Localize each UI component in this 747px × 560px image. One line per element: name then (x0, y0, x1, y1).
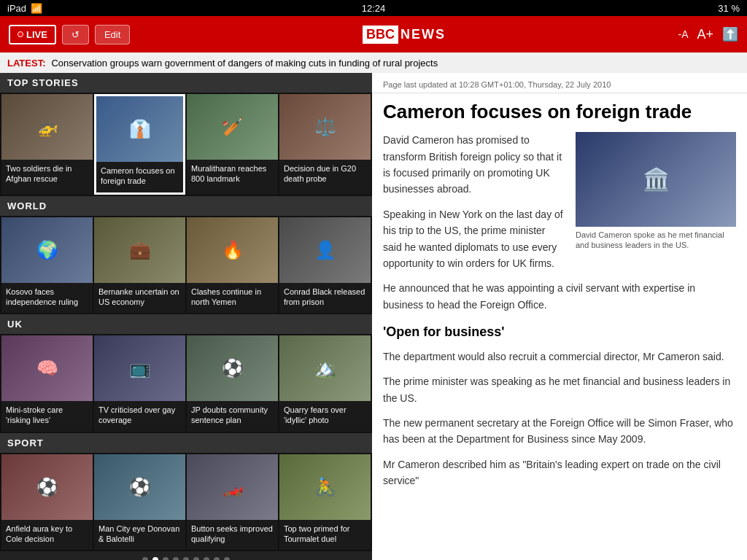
nav-right-controls: -A A+ ⬆️ (678, 26, 738, 42)
section-header-uk: UK (0, 314, 372, 334)
news-item-tour[interactable]: 🚴Top two primed for Tourmalet duel (279, 454, 371, 551)
page-dot-2[interactable] (163, 557, 169, 560)
page-dot-4[interactable] (183, 557, 189, 560)
right-panel: Page last updated at 10:28 GMT+01:00, Th… (372, 73, 747, 560)
status-bar-left: iPad 📶 (7, 3, 42, 14)
news-thumb-soldiers: 🚁 (1, 94, 93, 160)
news-thumb-button: 🏎️ (187, 454, 278, 520)
section-header-top-stories: TOP STORIES (0, 73, 372, 93)
news-label: NEWS (400, 27, 446, 42)
news-thumb-anfield: ⚽ (1, 454, 93, 520)
refresh-button[interactable]: ↺ (62, 25, 89, 44)
news-thumb-tour: 🚴 (279, 454, 371, 520)
news-caption-quarry: Quarry fears over 'idyllic' photo (279, 401, 371, 432)
news-caption-mancity: Man City eye Donovan & Balotelli (94, 520, 185, 551)
news-thumb-jp: ⚽ (187, 335, 278, 401)
news-item-bernanke[interactable]: 💼Bernanke uncertain on US economy (94, 217, 185, 314)
news-thumb-yemen: 🔥 (187, 217, 278, 283)
share-button[interactable]: ⬆️ (722, 26, 738, 42)
left-panel: TOP STORIES🚁Two soldiers die in Afghan r… (0, 73, 372, 560)
news-caption-yemen: Clashes continue in north Yemen (187, 283, 278, 314)
article-subheading: 'Open for business' (383, 322, 736, 343)
page-dot-8[interactable] (224, 557, 230, 560)
edit-button[interactable]: Edit (95, 25, 130, 44)
section-header-world: WORLD (0, 196, 372, 216)
news-item-anfield[interactable]: ⚽Anfield aura key to Cole decision (1, 454, 93, 551)
live-button[interactable]: LIVE (9, 25, 56, 44)
section-header-sport: SPORT (0, 433, 372, 453)
battery-label: 31 % (718, 3, 740, 14)
status-bar: iPad 📶 12:24 31 % (0, 0, 747, 16)
news-item-kosovo[interactable]: 🌍Kosovo faces independence ruling (1, 217, 93, 314)
page-dot-5[interactable] (193, 557, 199, 560)
news-caption-tv: TV criticised over gay coverage (94, 401, 185, 432)
news-item-black[interactable]: 👤Conrad Black released from prison (279, 217, 371, 314)
article-meta: Page last updated at 10:28 GMT+01:00, Th… (372, 73, 747, 93)
news-grid-world: 🌍Kosovo faces independence ruling💼Bernan… (0, 216, 372, 315)
article-paragraph-4: The prime minister was speaking as he me… (383, 373, 736, 406)
page-dot-6[interactable] (204, 557, 209, 560)
news-item-cameron[interactable]: 👔Cameron focuses on foreign trade (94, 94, 185, 195)
news-item-yemen[interactable]: 🔥Clashes continue in north Yemen (187, 217, 278, 314)
page-dot-0[interactable] (142, 557, 148, 560)
article-image-container: 🏛️ David Cameron spoke as he met financi… (576, 132, 736, 251)
article-title: Cameron focuses on foreign trade (383, 101, 736, 123)
latest-text: Conservation groups warn government of d… (51, 58, 438, 69)
news-thumb-bernanke: 💼 (94, 217, 185, 283)
news-caption-stroke: Mini-stroke care 'risking lives' (1, 401, 93, 432)
bbc-logo-box: BBC (363, 26, 398, 44)
article-body: 🏛️ David Cameron spoke as he met financi… (383, 132, 736, 489)
news-grid-top-stories: 🚁Two soldiers die in Afghan rescue👔Camer… (0, 93, 372, 196)
news-thumb-mancity: ⚽ (94, 454, 185, 520)
article-paragraph-2: He announced that he was appointing a ci… (383, 280, 736, 313)
article-paragraph-3: The department would also recruit a comm… (383, 349, 736, 365)
font-smaller-button[interactable]: -A (678, 28, 688, 40)
news-thumb-kosovo: 🌍 (1, 217, 93, 283)
nav-left-controls: LIVE ↺ Edit (9, 25, 130, 44)
news-caption-kosovo: Kosovo faces independence ruling (1, 283, 93, 314)
latest-bar: LATEST: Conservation groups warn governm… (0, 52, 747, 73)
news-caption-cameron: Cameron focuses on foreign trade (96, 162, 183, 192)
article-content: Cameron focuses on foreign trade 🏛️ Davi… (372, 93, 747, 505)
article-paragraph-5: The new permanent secretary at the Forei… (383, 415, 736, 448)
news-item-mancity[interactable]: ⚽Man City eye Donovan & Balotelli (94, 454, 185, 551)
news-caption-tour: Top two primed for Tourmalet duel (279, 520, 371, 551)
page-dot-7[interactable] (214, 557, 220, 560)
news-thumb-g20: ⚖️ (279, 94, 371, 160)
bbc-logo: BBC NEWS (363, 26, 446, 44)
news-item-tv[interactable]: 📺TV criticised over gay coverage (94, 335, 185, 432)
news-item-soldiers[interactable]: 🚁Two soldiers die in Afghan rescue (1, 94, 93, 195)
article-paragraph-6: Mr Cameron described him as "Britain's l… (383, 456, 736, 489)
news-item-quarry[interactable]: 🏔️Quarry fears over 'idyllic' photo (279, 335, 371, 432)
latest-label: LATEST: (7, 58, 45, 69)
article-image-caption: David Cameron spoke as he met financial … (576, 230, 736, 251)
news-thumb-cameron: 👔 (96, 96, 183, 162)
news-item-jp[interactable]: ⚽JP doubts community sentence plan (187, 335, 278, 432)
news-thumb-stroke: 🧠 (1, 335, 93, 401)
news-caption-button: Button seeks improved qualifying (187, 520, 278, 551)
news-caption-murali: Muralitharan reaches 800 landmark (187, 160, 278, 190)
news-item-stroke[interactable]: 🧠Mini-stroke care 'risking lives' (1, 335, 93, 432)
news-caption-g20: Decision due in G20 death probe (279, 160, 371, 190)
nav-bar: LIVE ↺ Edit BBC NEWS -A A+ ⬆️ (0, 16, 747, 52)
live-dot (18, 31, 23, 37)
news-caption-black: Conrad Black released from prison (279, 283, 371, 314)
news-thumb-tv: 📺 (94, 335, 185, 401)
news-caption-anfield: Anfield aura key to Cole decision (1, 520, 93, 551)
article-image: 🏛️ (576, 132, 736, 227)
font-larger-button[interactable]: A+ (697, 27, 713, 42)
news-caption-jp: JP doubts community sentence plan (187, 401, 278, 432)
live-label: LIVE (26, 29, 47, 40)
news-grid-uk: 🧠Mini-stroke care 'risking lives'📺TV cri… (0, 334, 372, 433)
news-item-murali[interactable]: 🏏Muralitharan reaches 800 landmark (187, 94, 278, 195)
news-thumb-quarry: 🏔️ (279, 335, 371, 401)
news-item-button[interactable]: 🏎️Button seeks improved qualifying (187, 454, 278, 551)
status-bar-time: 12:24 (362, 3, 386, 14)
page-dot-3[interactable] (173, 557, 179, 560)
page-dot-1[interactable] (152, 557, 158, 560)
wifi-icon: 📶 (31, 3, 42, 14)
news-item-g20[interactable]: ⚖️Decision due in G20 death probe (279, 94, 371, 195)
main-content: TOP STORIES🚁Two soldiers die in Afghan r… (0, 73, 747, 560)
page-dots (0, 551, 372, 560)
news-grid-sport: ⚽Anfield aura key to Cole decision⚽Man C… (0, 453, 372, 552)
